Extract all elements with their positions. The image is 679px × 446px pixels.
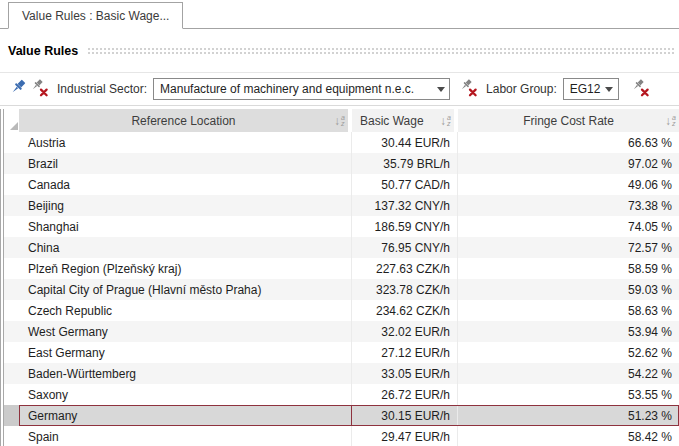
cell-reference-location[interactable]: Czech Republic xyxy=(19,300,352,321)
table-row[interactable]: China 76.95 CNY/h 72.57 % xyxy=(0,237,679,258)
cell-reference-location[interactable]: Spain xyxy=(19,426,352,446)
clear-labor-group-filter-button[interactable] xyxy=(631,79,651,99)
table-row[interactable]: Spain 29.47 EUR/h 58.42 % xyxy=(0,426,679,446)
table-row[interactable]: Saxony 26.72 EUR/h 53.55 % xyxy=(0,384,679,405)
cell-fringe-cost-rate[interactable]: 59.03 % xyxy=(458,279,679,300)
table-row[interactable]: Baden-Württemberg 33.05 EUR/h 54.22 % xyxy=(0,363,679,384)
cell-basic-wage[interactable]: 32.02 EUR/h xyxy=(352,321,458,342)
pin-filter-button[interactable] xyxy=(8,79,28,99)
labor-group-select[interactable]: EG12 xyxy=(563,78,619,100)
cell-reference-location[interactable]: West Germany xyxy=(19,321,352,342)
table-row[interactable]: Brazil 35.79 BRL/h 97.02 % xyxy=(0,153,679,174)
row-header[interactable] xyxy=(4,384,19,405)
cell-basic-wage[interactable]: 186.59 CNY/h xyxy=(352,216,458,237)
cell-basic-wage[interactable]: 30.44 EUR/h xyxy=(352,132,458,153)
cell-fringe-cost-rate[interactable]: 97.02 % xyxy=(458,153,679,174)
section-heading-row: Value Rules xyxy=(8,42,674,59)
pushpin-remove-icon xyxy=(30,78,50,100)
cell-fringe-cost-rate[interactable]: 51.23 % xyxy=(458,405,679,426)
table-body: Austria 30.44 EUR/h 66.63 % Brazil 35.79… xyxy=(0,132,679,446)
clear-industrial-sector-filter-button[interactable] xyxy=(459,79,479,99)
sort-az-icon[interactable]: ↓az xyxy=(440,115,451,127)
row-header[interactable] xyxy=(4,258,19,279)
table-row[interactable]: East Germany 27.12 EUR/h 52.62 % xyxy=(0,342,679,363)
sort-az-icon[interactable]: ↓az xyxy=(334,115,345,127)
table-row[interactable]: Austria 30.44 EUR/h 66.63 % xyxy=(0,132,679,153)
tab-title: Value Rules : Basic Wage... xyxy=(22,9,169,23)
column-header-basic-wage[interactable]: Basic Wage ↓az xyxy=(352,109,458,132)
cell-reference-location[interactable]: Germany xyxy=(19,405,352,426)
row-header[interactable] xyxy=(4,342,19,363)
table-row[interactable]: Germany 30.15 EUR/h 51.23 % xyxy=(0,405,679,426)
table-row[interactable]: Plzeň Region (Plzeňský kraj) 227.63 CZK/… xyxy=(0,258,679,279)
cell-reference-location[interactable]: Austria xyxy=(19,132,352,153)
cell-reference-location[interactable]: China xyxy=(19,237,352,258)
cell-basic-wage[interactable]: 30.15 EUR/h xyxy=(352,405,458,426)
cell-basic-wage[interactable]: 50.77 CAD/h xyxy=(352,174,458,195)
cell-fringe-cost-rate[interactable]: 58.63 % xyxy=(458,300,679,321)
table-row[interactable]: Canada 50.77 CAD/h 49.06 % xyxy=(0,174,679,195)
cell-fringe-cost-rate[interactable]: 54.22 % xyxy=(458,363,679,384)
cell-reference-location[interactable]: Saxony xyxy=(19,384,352,405)
cell-fringe-cost-rate[interactable]: 58.42 % xyxy=(458,426,679,446)
row-header[interactable] xyxy=(4,363,19,384)
industrial-sector-select[interactable]: Manufacture of machinery and equipment n… xyxy=(153,78,450,100)
select-all-corner[interactable] xyxy=(4,109,19,132)
cell-reference-location[interactable]: Capital City of Prague (Hlavní město Pra… xyxy=(19,279,352,300)
cell-reference-location[interactable]: Shanghai xyxy=(19,216,352,237)
clear-pin-filter-button[interactable] xyxy=(30,79,50,99)
cell-basic-wage[interactable]: 227.63 CZK/h xyxy=(352,258,458,279)
row-header[interactable] xyxy=(4,237,19,258)
table-row[interactable]: Capital City of Prague (Hlavní město Pra… xyxy=(0,279,679,300)
row-header[interactable] xyxy=(4,153,19,174)
cell-fringe-cost-rate[interactable]: 53.94 % xyxy=(458,321,679,342)
cell-basic-wage[interactable]: 29.47 EUR/h xyxy=(352,426,458,446)
cell-fringe-cost-rate[interactable]: 73.38 % xyxy=(458,195,679,216)
cell-fringe-cost-rate[interactable]: 66.63 % xyxy=(458,132,679,153)
cell-basic-wage[interactable]: 137.32 CNY/h xyxy=(352,195,458,216)
industrial-sector-label: Industrial Sector: xyxy=(57,82,147,96)
column-header-label: Basic Wage xyxy=(360,114,424,128)
column-header-reference-location[interactable]: Reference Location ↓az xyxy=(19,109,352,132)
column-header-fringe-cost-rate[interactable]: Fringe Cost Rate ↓az xyxy=(458,109,679,132)
row-header[interactable] xyxy=(4,174,19,195)
cell-basic-wage[interactable]: 27.12 EUR/h xyxy=(352,342,458,363)
tab-value-rules[interactable]: Value Rules : Basic Wage... xyxy=(8,2,183,29)
industrial-sector-value: Manufacture of machinery and equipment n… xyxy=(154,82,432,96)
table-row[interactable]: Beijing 137.32 CNY/h 73.38 % xyxy=(0,195,679,216)
cell-reference-location[interactable]: Brazil xyxy=(19,153,352,174)
row-header[interactable] xyxy=(4,321,19,342)
cell-basic-wage[interactable]: 35.79 BRL/h xyxy=(352,153,458,174)
cell-basic-wage[interactable]: 33.05 EUR/h xyxy=(352,363,458,384)
row-header[interactable] xyxy=(4,216,19,237)
row-header[interactable] xyxy=(4,300,19,321)
sort-az-icon[interactable]: ↓az xyxy=(665,115,676,127)
cell-fringe-cost-rate[interactable]: 53.55 % xyxy=(458,384,679,405)
table-row[interactable]: Shanghai 186.59 CNY/h 74.05 % xyxy=(0,216,679,237)
labor-group-value: EG12 xyxy=(564,82,601,96)
column-header-label: Reference Location xyxy=(131,114,235,128)
row-header[interactable] xyxy=(4,426,19,446)
row-header[interactable] xyxy=(4,279,19,300)
row-header[interactable] xyxy=(4,195,19,216)
cell-basic-wage[interactable]: 323.78 CZK/h xyxy=(352,279,458,300)
row-header[interactable] xyxy=(4,405,19,426)
cell-fringe-cost-rate[interactable]: 49.06 % xyxy=(458,174,679,195)
cell-fringe-cost-rate[interactable]: 74.05 % xyxy=(458,216,679,237)
chevron-down-icon[interactable] xyxy=(432,79,449,99)
cell-reference-location[interactable]: Baden-Württemberg xyxy=(19,363,352,384)
cell-fringe-cost-rate[interactable]: 58.59 % xyxy=(458,258,679,279)
chevron-down-icon[interactable] xyxy=(601,79,618,99)
cell-basic-wage[interactable]: 26.72 EUR/h xyxy=(352,384,458,405)
table-row[interactable]: Czech Republic 234.62 CZK/h 58.63 % xyxy=(0,300,679,321)
cell-reference-location[interactable]: Plzeň Region (Plzeňský kraj) xyxy=(19,258,352,279)
cell-fringe-cost-rate[interactable]: 52.62 % xyxy=(458,342,679,363)
cell-reference-location[interactable]: East Germany xyxy=(19,342,352,363)
table-row[interactable]: West Germany 32.02 EUR/h 53.94 % xyxy=(0,321,679,342)
cell-reference-location[interactable]: Beijing xyxy=(19,195,352,216)
cell-basic-wage[interactable]: 234.62 CZK/h xyxy=(352,300,458,321)
cell-reference-location[interactable]: Canada xyxy=(19,174,352,195)
cell-fringe-cost-rate[interactable]: 72.57 % xyxy=(458,237,679,258)
cell-basic-wage[interactable]: 76.95 CNY/h xyxy=(352,237,458,258)
row-header[interactable] xyxy=(4,132,19,153)
